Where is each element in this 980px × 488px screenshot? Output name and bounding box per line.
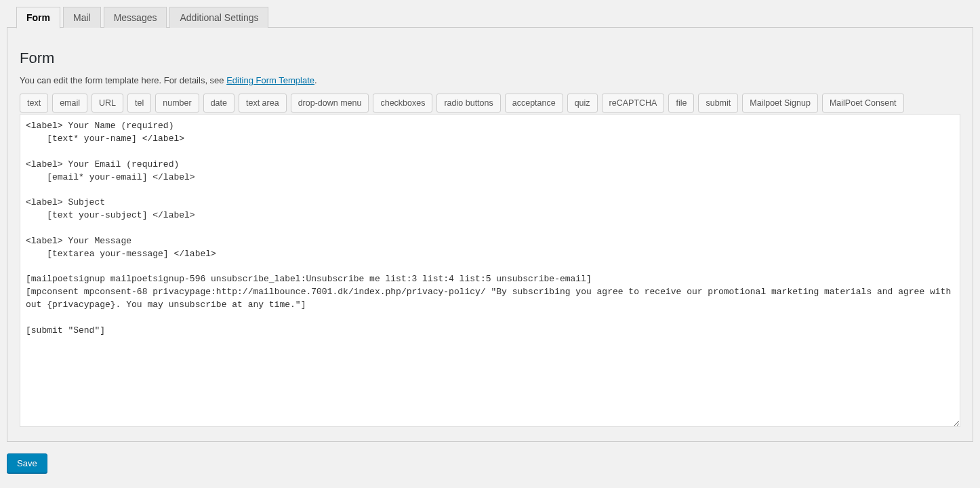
tag-button-mailpoet-consent[interactable]: MailPoet Consent	[822, 94, 904, 113]
tag-button-mailpoet-signup[interactable]: Mailpoet Signup	[742, 94, 818, 113]
tab-additional-settings[interactable]: Additional Settings	[169, 7, 268, 28]
tab-list: FormMailMessagesAdditional Settings	[16, 7, 973, 28]
help-text-suffix: .	[314, 75, 317, 85]
tag-button-drop-down-menu[interactable]: drop-down menu	[291, 94, 369, 113]
tag-button-text[interactable]: text	[20, 94, 48, 113]
form-template-textarea[interactable]	[20, 114, 960, 427]
form-panel: Form You can edit the form template here…	[7, 27, 973, 442]
tag-button-quiz[interactable]: quiz	[567, 94, 598, 113]
tag-button-email[interactable]: email	[52, 94, 87, 113]
tag-button-row: textemailURLtelnumberdatetext areadrop-d…	[20, 94, 960, 113]
tag-button-checkboxes[interactable]: checkboxes	[373, 94, 432, 113]
tag-button-file[interactable]: file	[668, 94, 694, 113]
save-button[interactable]: Save	[7, 453, 47, 473]
tag-button-url[interactable]: URL	[91, 94, 123, 113]
form-heading: Form	[20, 49, 960, 67]
help-text-prefix: You can edit the form template here. For…	[20, 75, 226, 85]
tag-button-text-area[interactable]: text area	[239, 94, 287, 113]
tag-button-recaptcha[interactable]: reCAPTCHA	[602, 94, 665, 113]
tag-button-tel[interactable]: tel	[127, 94, 151, 113]
tab-form[interactable]: Form	[16, 7, 60, 28]
tag-button-submit[interactable]: submit	[698, 94, 738, 113]
tag-button-number[interactable]: number	[155, 94, 199, 113]
tab-messages[interactable]: Messages	[104, 7, 167, 28]
tag-button-radio-buttons[interactable]: radio buttons	[436, 94, 500, 113]
tab-mail[interactable]: Mail	[63, 7, 101, 28]
tag-button-acceptance[interactable]: acceptance	[505, 94, 563, 113]
tag-button-date[interactable]: date	[203, 94, 234, 113]
help-text: You can edit the form template here. For…	[20, 75, 960, 85]
help-link[interactable]: Editing Form Template	[226, 75, 314, 85]
